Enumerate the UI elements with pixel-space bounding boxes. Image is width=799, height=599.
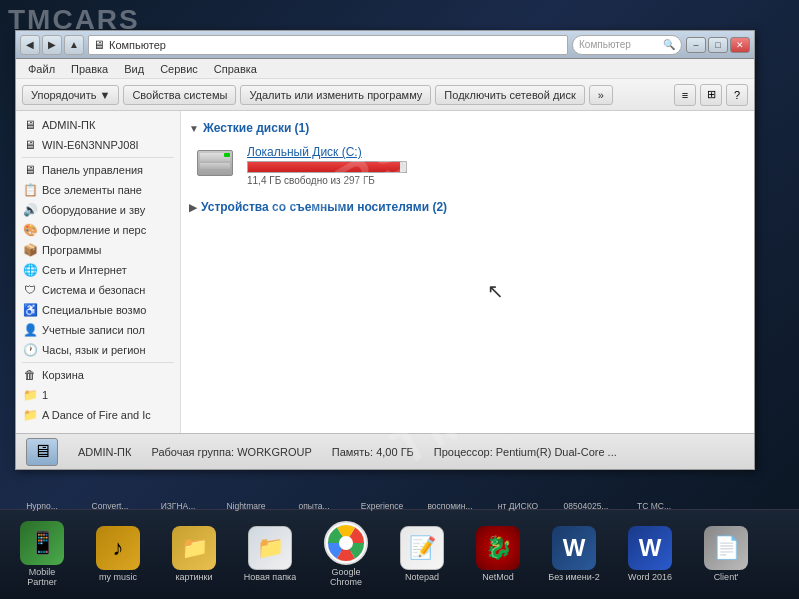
sidebar-label-ae: Все элементы пане	[42, 184, 142, 196]
status-computer-icon: 🖥	[26, 438, 58, 466]
top-label-2: ИЗГНА...	[144, 501, 212, 511]
word-label: Word 2016	[628, 572, 672, 582]
window-controls: – □ ✕	[686, 37, 750, 53]
top-label-8: 08504025...	[552, 501, 620, 511]
sidebar-label-dance: A Dance of Fire and Ic	[42, 409, 151, 421]
uninstall-button[interactable]: Удалить или изменить программу	[240, 85, 431, 105]
menu-bar: Файл Правка Вид Сервис Справка	[16, 59, 754, 79]
removable-section-header[interactable]: ▶ Устройства со съемными носителями (2)	[189, 198, 746, 216]
taskbar-item-mymusic[interactable]: ♪ my music	[84, 526, 152, 584]
client-icon: 📄	[704, 526, 748, 570]
top-label-5: Experience	[348, 501, 416, 511]
drive-bar-container	[247, 161, 407, 173]
up-button[interactable]: ▲	[64, 35, 84, 55]
back-button[interactable]: ◀	[20, 35, 40, 55]
taskbar-item-word[interactable]: W Word 2016	[616, 526, 684, 584]
taskbar-item-notepad[interactable]: 📝 Notepad	[388, 526, 456, 584]
content-panel: ▼ Жесткие диски (1) Локальный Диск (C:)	[181, 111, 754, 433]
sidebar-label-pr: Программы	[42, 244, 101, 256]
main-area: 🖥 ADMIN-ПК 🖥 WIN-E6N3NNPJ08I 🖥 Панель уп…	[16, 111, 754, 433]
view-toggle-button[interactable]: ≡	[674, 84, 696, 106]
top-label-6: воспомин...	[416, 501, 484, 511]
sidebar-item-programs[interactable]: 📦 Программы	[16, 240, 180, 260]
search-box[interactable]: Компьютер 🔍	[572, 35, 682, 55]
menu-help[interactable]: Справка	[206, 61, 265, 77]
status-mem-label: Память: 4,00 ГБ	[332, 446, 414, 458]
drive-name[interactable]: Локальный Диск (C:)	[247, 145, 738, 159]
minimize-button[interactable]: –	[686, 37, 706, 53]
hard-drives-label: Жесткие диски (1)	[203, 121, 309, 135]
top-label-1: Convert...	[76, 501, 144, 511]
drive-icon	[197, 150, 237, 182]
sidebar-item-security[interactable]: 🛡 Система и безопасн	[16, 280, 180, 300]
drive-info: Локальный Диск (C:) 11,4 ГБ свободно из …	[247, 145, 738, 186]
drive-c-item: Локальный Диск (C:) 11,4 ГБ свободно из …	[189, 141, 746, 190]
desktop: TMCARS TMCARS TMCARS ◀ ▶ ▲ 🖥 Компьютер К…	[0, 0, 799, 599]
address-bar[interactable]: 🖥 Компьютер	[88, 35, 568, 55]
sidebar-item-dance[interactable]: 📁 A Dance of Fire and Ic	[16, 405, 180, 425]
maximize-button[interactable]: □	[708, 37, 728, 53]
sidebar-item-trash[interactable]: 🗑 Корзина	[16, 365, 180, 385]
svg-point-2	[339, 536, 353, 550]
mymusic-label: my music	[99, 572, 137, 582]
sidebar-item-allelements[interactable]: 📋 Все элементы пане	[16, 180, 180, 200]
dance-icon: 📁	[22, 407, 38, 423]
mouse-cursor: ↖	[487, 279, 504, 303]
controlpanel-icon: 🖥	[22, 162, 38, 178]
status-pc-label: ADMIN-ПК	[78, 446, 131, 458]
system-properties-button[interactable]: Свойства системы	[123, 85, 236, 105]
sidebar-item-clock[interactable]: 🕐 Часы, язык и регион	[16, 340, 180, 360]
menu-view[interactable]: Вид	[116, 61, 152, 77]
organize-button[interactable]: Упорядочить ▼	[22, 85, 119, 105]
sidebar: 🖥 ADMIN-ПК 🖥 WIN-E6N3NNPJ08I 🖥 Панель уп…	[16, 111, 181, 433]
address-bar-text: Компьютер	[109, 39, 166, 51]
sidebar-item-network[interactable]: 🌐 Сеть и Интернет	[16, 260, 180, 280]
security-icon: 🛡	[22, 282, 38, 298]
sidebar-item-accounts[interactable]: 👤 Учетные записи пол	[16, 320, 180, 340]
computer2-icon: 🖥	[22, 137, 38, 153]
taskbar-item-novaya[interactable]: 📁 Новая папка	[236, 526, 304, 584]
menu-service[interactable]: Сервис	[152, 61, 206, 77]
computer-icon: 🖥	[22, 117, 38, 133]
sidebar-item-winpc[interactable]: 🖥 WIN-E6N3NNPJ08I	[16, 135, 180, 155]
sidebar-item-folder1[interactable]: 📁 1	[16, 385, 180, 405]
menu-file[interactable]: Файл	[20, 61, 63, 77]
sidebar-label-hw: Оборудование и зву	[42, 204, 145, 216]
sidebar-label-cp: Панель управления	[42, 164, 143, 176]
sidebar-label-winpc: WIN-E6N3NNPJ08I	[42, 139, 139, 151]
top-label-7: нт ДИСКО	[484, 501, 552, 511]
drive-icon-body	[197, 150, 233, 176]
sidebar-label-acc: Специальные возмо	[42, 304, 146, 316]
forward-button[interactable]: ▶	[42, 35, 62, 55]
removable-label: Устройства со съемными носителями (2)	[201, 200, 447, 214]
taskbar-item-netmod[interactable]: 🐉 NetMod	[464, 526, 532, 584]
view-grid-button[interactable]: ⊞	[700, 84, 722, 106]
title-bar-nav: ◀ ▶ ▲	[20, 35, 84, 55]
drive-activity-light	[224, 153, 230, 157]
status-memory: Память: 4,00 ГБ	[332, 446, 414, 458]
more-button[interactable]: »	[589, 85, 613, 105]
section-arrow-rm: ▶	[189, 202, 197, 213]
taskbar-item-kartinki[interactable]: 📁 картинки	[160, 526, 228, 584]
taskbar-item-client[interactable]: 📄 Client'	[692, 526, 760, 584]
status-cpu: Процессор: Pentium(R) Dual-Core ...	[434, 446, 617, 458]
accessibility-icon: ♿	[22, 302, 38, 318]
close-button[interactable]: ✕	[730, 37, 750, 53]
taskbar-item-mobile-partner[interactable]: 📱 MobilePartner	[8, 521, 76, 589]
taskbar-item-chrome[interactable]: GoogleChrome	[312, 521, 380, 589]
sidebar-sep2	[22, 362, 174, 363]
help-button[interactable]: ?	[726, 84, 748, 106]
sidebar-item-adminpc[interactable]: 🖥 ADMIN-ПК	[16, 115, 180, 135]
sidebar-item-appearance[interactable]: 🎨 Оформление и перс	[16, 220, 180, 240]
status-bar: 🖥 ADMIN-ПК Рабочая группа: WORKGROUP Пам…	[16, 433, 754, 469]
sidebar-item-accessibility[interactable]: ♿ Специальные возмо	[16, 300, 180, 320]
sidebar-item-hardware[interactable]: 🔊 Оборудование и зву	[16, 200, 180, 220]
noname-label: Без имени-2	[548, 572, 600, 582]
menu-edit[interactable]: Правка	[63, 61, 116, 77]
notepad-label: Notepad	[405, 572, 439, 582]
chrome-icon	[324, 521, 368, 565]
network-drive-button[interactable]: Подключить сетевой диск	[435, 85, 584, 105]
sidebar-item-controlpanel[interactable]: 🖥 Панель управления	[16, 160, 180, 180]
hard-drives-section[interactable]: ▼ Жесткие диски (1)	[189, 119, 746, 137]
taskbar-item-noname[interactable]: W Без имени-2	[540, 526, 608, 584]
